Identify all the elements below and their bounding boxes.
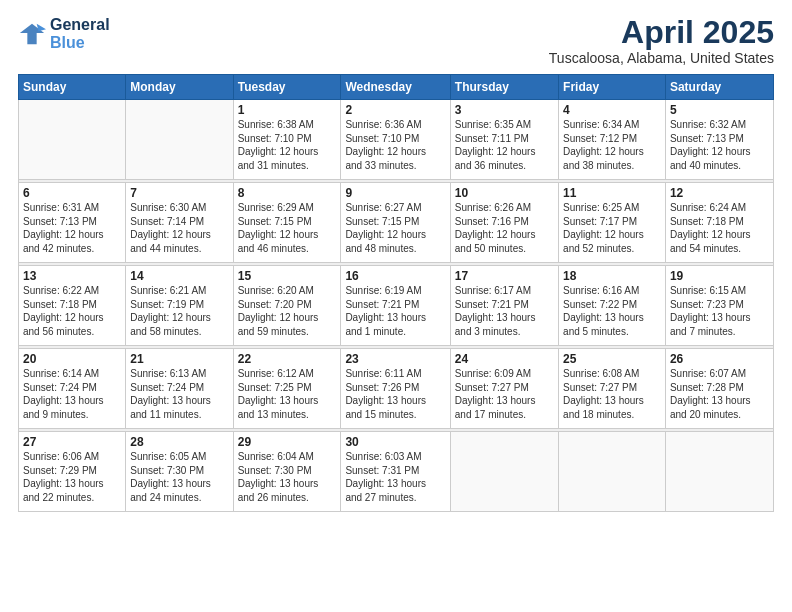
day-number: 16 (345, 269, 445, 283)
day-number: 1 (238, 103, 337, 117)
day-info: Sunrise: 6:21 AM Sunset: 7:19 PM Dayligh… (130, 284, 228, 338)
day-number: 14 (130, 269, 228, 283)
day-info: Sunrise: 6:15 AM Sunset: 7:23 PM Dayligh… (670, 284, 769, 338)
calendar-cell: 20Sunrise: 6:14 AM Sunset: 7:24 PM Dayli… (19, 349, 126, 429)
day-info: Sunrise: 6:08 AM Sunset: 7:27 PM Dayligh… (563, 367, 661, 421)
calendar: Sunday Monday Tuesday Wednesday Thursday… (18, 74, 774, 512)
day-number: 3 (455, 103, 554, 117)
calendar-cell: 30Sunrise: 6:03 AM Sunset: 7:31 PM Dayli… (341, 432, 450, 512)
calendar-cell: 10Sunrise: 6:26 AM Sunset: 7:16 PM Dayli… (450, 183, 558, 263)
calendar-cell: 28Sunrise: 6:05 AM Sunset: 7:30 PM Dayli… (126, 432, 233, 512)
day-info: Sunrise: 6:34 AM Sunset: 7:12 PM Dayligh… (563, 118, 661, 172)
calendar-cell: 18Sunrise: 6:16 AM Sunset: 7:22 PM Dayli… (559, 266, 666, 346)
calendar-cell: 13Sunrise: 6:22 AM Sunset: 7:18 PM Dayli… (19, 266, 126, 346)
day-number: 13 (23, 269, 121, 283)
day-info: Sunrise: 6:16 AM Sunset: 7:22 PM Dayligh… (563, 284, 661, 338)
day-number: 12 (670, 186, 769, 200)
day-number: 17 (455, 269, 554, 283)
day-number: 30 (345, 435, 445, 449)
day-number: 19 (670, 269, 769, 283)
calendar-cell: 12Sunrise: 6:24 AM Sunset: 7:18 PM Dayli… (665, 183, 773, 263)
day-info: Sunrise: 6:17 AM Sunset: 7:21 PM Dayligh… (455, 284, 554, 338)
calendar-week-1: 1Sunrise: 6:38 AM Sunset: 7:10 PM Daylig… (19, 100, 774, 180)
calendar-cell: 27Sunrise: 6:06 AM Sunset: 7:29 PM Dayli… (19, 432, 126, 512)
calendar-cell: 25Sunrise: 6:08 AM Sunset: 7:27 PM Dayli… (559, 349, 666, 429)
day-info: Sunrise: 6:07 AM Sunset: 7:28 PM Dayligh… (670, 367, 769, 421)
location-title: Tuscaloosa, Alabama, United States (549, 50, 774, 66)
header-tuesday: Tuesday (233, 75, 341, 100)
day-number: 22 (238, 352, 337, 366)
day-number: 27 (23, 435, 121, 449)
day-info: Sunrise: 6:30 AM Sunset: 7:14 PM Dayligh… (130, 201, 228, 255)
day-info: Sunrise: 6:14 AM Sunset: 7:24 PM Dayligh… (23, 367, 121, 421)
day-number: 15 (238, 269, 337, 283)
calendar-cell: 8Sunrise: 6:29 AM Sunset: 7:15 PM Daylig… (233, 183, 341, 263)
calendar-cell: 2Sunrise: 6:36 AM Sunset: 7:10 PM Daylig… (341, 100, 450, 180)
day-number: 7 (130, 186, 228, 200)
day-info: Sunrise: 6:38 AM Sunset: 7:10 PM Dayligh… (238, 118, 337, 172)
calendar-cell: 14Sunrise: 6:21 AM Sunset: 7:19 PM Dayli… (126, 266, 233, 346)
day-number: 21 (130, 352, 228, 366)
day-number: 9 (345, 186, 445, 200)
header-saturday: Saturday (665, 75, 773, 100)
calendar-cell: 23Sunrise: 6:11 AM Sunset: 7:26 PM Dayli… (341, 349, 450, 429)
header: General Blue April 2025 Tuscaloosa, Alab… (18, 16, 774, 66)
day-info: Sunrise: 6:26 AM Sunset: 7:16 PM Dayligh… (455, 201, 554, 255)
day-number: 20 (23, 352, 121, 366)
header-sunday: Sunday (19, 75, 126, 100)
calendar-cell: 1Sunrise: 6:38 AM Sunset: 7:10 PM Daylig… (233, 100, 341, 180)
day-number: 26 (670, 352, 769, 366)
day-info: Sunrise: 6:12 AM Sunset: 7:25 PM Dayligh… (238, 367, 337, 421)
calendar-cell: 6Sunrise: 6:31 AM Sunset: 7:13 PM Daylig… (19, 183, 126, 263)
day-info: Sunrise: 6:25 AM Sunset: 7:17 PM Dayligh… (563, 201, 661, 255)
calendar-header-row: Sunday Monday Tuesday Wednesday Thursday… (19, 75, 774, 100)
calendar-cell (126, 100, 233, 180)
calendar-cell: 15Sunrise: 6:20 AM Sunset: 7:20 PM Dayli… (233, 266, 341, 346)
day-info: Sunrise: 6:11 AM Sunset: 7:26 PM Dayligh… (345, 367, 445, 421)
header-monday: Monday (126, 75, 233, 100)
day-number: 11 (563, 186, 661, 200)
day-info: Sunrise: 6:13 AM Sunset: 7:24 PM Dayligh… (130, 367, 228, 421)
day-info: Sunrise: 6:03 AM Sunset: 7:31 PM Dayligh… (345, 450, 445, 504)
header-thursday: Thursday (450, 75, 558, 100)
month-title: April 2025 (549, 16, 774, 48)
day-info: Sunrise: 6:09 AM Sunset: 7:27 PM Dayligh… (455, 367, 554, 421)
calendar-cell: 4Sunrise: 6:34 AM Sunset: 7:12 PM Daylig… (559, 100, 666, 180)
logo: General Blue (18, 16, 110, 52)
calendar-cell (450, 432, 558, 512)
calendar-cell: 7Sunrise: 6:30 AM Sunset: 7:14 PM Daylig… (126, 183, 233, 263)
page: General Blue April 2025 Tuscaloosa, Alab… (0, 0, 792, 612)
day-info: Sunrise: 6:22 AM Sunset: 7:18 PM Dayligh… (23, 284, 121, 338)
title-area: April 2025 Tuscaloosa, Alabama, United S… (549, 16, 774, 66)
day-info: Sunrise: 6:27 AM Sunset: 7:15 PM Dayligh… (345, 201, 445, 255)
calendar-cell: 11Sunrise: 6:25 AM Sunset: 7:17 PM Dayli… (559, 183, 666, 263)
day-info: Sunrise: 6:19 AM Sunset: 7:21 PM Dayligh… (345, 284, 445, 338)
calendar-cell: 29Sunrise: 6:04 AM Sunset: 7:30 PM Dayli… (233, 432, 341, 512)
day-info: Sunrise: 6:31 AM Sunset: 7:13 PM Dayligh… (23, 201, 121, 255)
calendar-cell (19, 100, 126, 180)
header-friday: Friday (559, 75, 666, 100)
day-info: Sunrise: 6:20 AM Sunset: 7:20 PM Dayligh… (238, 284, 337, 338)
day-info: Sunrise: 6:35 AM Sunset: 7:11 PM Dayligh… (455, 118, 554, 172)
calendar-week-4: 20Sunrise: 6:14 AM Sunset: 7:24 PM Dayli… (19, 349, 774, 429)
calendar-cell: 19Sunrise: 6:15 AM Sunset: 7:23 PM Dayli… (665, 266, 773, 346)
day-number: 28 (130, 435, 228, 449)
day-info: Sunrise: 6:32 AM Sunset: 7:13 PM Dayligh… (670, 118, 769, 172)
calendar-week-3: 13Sunrise: 6:22 AM Sunset: 7:18 PM Dayli… (19, 266, 774, 346)
day-number: 2 (345, 103, 445, 117)
day-number: 5 (670, 103, 769, 117)
day-info: Sunrise: 6:05 AM Sunset: 7:30 PM Dayligh… (130, 450, 228, 504)
header-wednesday: Wednesday (341, 75, 450, 100)
calendar-cell: 16Sunrise: 6:19 AM Sunset: 7:21 PM Dayli… (341, 266, 450, 346)
calendar-cell: 21Sunrise: 6:13 AM Sunset: 7:24 PM Dayli… (126, 349, 233, 429)
calendar-cell (559, 432, 666, 512)
day-info: Sunrise: 6:04 AM Sunset: 7:30 PM Dayligh… (238, 450, 337, 504)
day-number: 25 (563, 352, 661, 366)
day-number: 18 (563, 269, 661, 283)
day-info: Sunrise: 6:06 AM Sunset: 7:29 PM Dayligh… (23, 450, 121, 504)
day-info: Sunrise: 6:29 AM Sunset: 7:15 PM Dayligh… (238, 201, 337, 255)
calendar-cell: 24Sunrise: 6:09 AM Sunset: 7:27 PM Dayli… (450, 349, 558, 429)
day-number: 24 (455, 352, 554, 366)
day-number: 29 (238, 435, 337, 449)
calendar-cell: 26Sunrise: 6:07 AM Sunset: 7:28 PM Dayli… (665, 349, 773, 429)
